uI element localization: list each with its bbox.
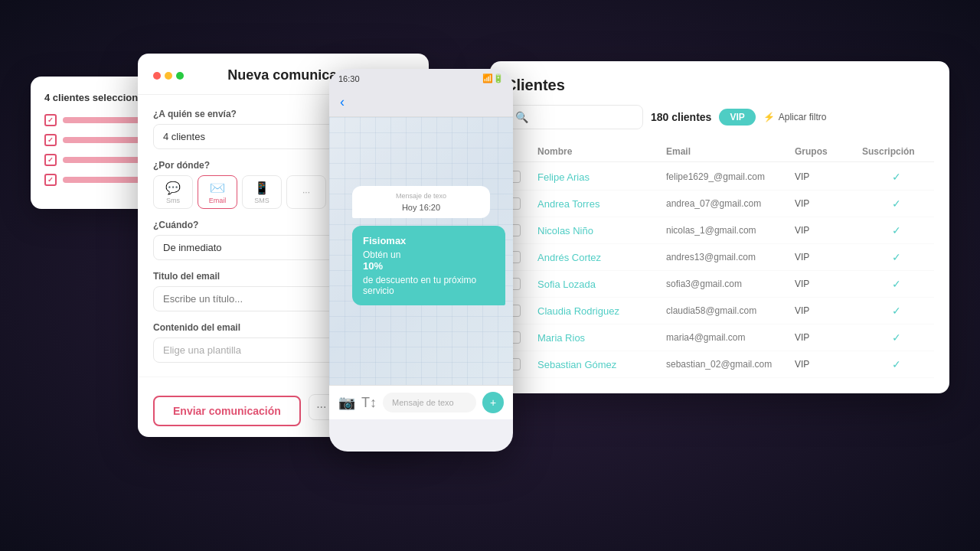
phone-input-bar: 📷 T↕ Mensaje de texo + xyxy=(329,385,513,419)
panel-clientes: Clientes 🔍 180 clientes VIP ⚡ Aplicar fi… xyxy=(490,61,949,393)
row-subscription-6: ✓ xyxy=(862,331,931,344)
row-subscription-2: ✓ xyxy=(862,224,931,236)
chat-prefix: Obtén un xyxy=(363,249,400,260)
table-row: Sofia Lozada sofia3@gmail.com VIP ✓ xyxy=(505,271,934,298)
channel-sms2[interactable]: 📱 SMS xyxy=(242,175,282,209)
row-email-7: sebastian_02@gmail.com xyxy=(666,359,789,370)
table-row: Andrea Torres andrea_07@gmail.com VIP ✓ xyxy=(505,191,934,217)
row-email-4: sofia3@gmail.com xyxy=(666,279,789,289)
channel-sms[interactable]: 💬 Sms xyxy=(153,175,193,209)
chat-suffix: de descuento en tu próximo servicio xyxy=(363,275,476,296)
header-grupos: Grupos xyxy=(795,146,856,157)
table-row: Sebastian Gómez sebastian_02@gmail.com V… xyxy=(505,351,934,378)
chat-input-placeholder: Mensaje de texo xyxy=(392,398,454,407)
row-subscription-1: ✓ xyxy=(862,197,931,210)
header-nombre: Nombre xyxy=(537,146,660,157)
table-row: Felipe Arias felipe1629_@gmail.com VIP ✓ xyxy=(505,164,934,191)
filter-label: Aplicar filtro xyxy=(779,112,827,122)
row-email-6: maria4@gmail.com xyxy=(666,332,789,343)
row-group-1: VIP xyxy=(795,198,856,209)
row-name-7[interactable]: Sebastian Gómez xyxy=(537,359,660,370)
checkbox-3[interactable] xyxy=(44,154,57,166)
row-email-1: andrea_07@gmail.com xyxy=(666,198,789,209)
chat-area: Mensaje de texo Hoy 16:20 Fisiomax Obtén… xyxy=(329,117,513,385)
chat-send-button[interactable]: + xyxy=(482,392,504,413)
row-group-5: VIP xyxy=(795,305,856,316)
search-icon: 🔍 xyxy=(515,111,528,123)
phone-status-bar: 16:30 📶🔋 xyxy=(329,69,513,88)
row-name-6[interactable]: Maria Rios xyxy=(537,332,660,344)
chat-sender: Fisiomax xyxy=(363,235,495,246)
window-controls xyxy=(153,72,184,80)
phone-header: ‹ xyxy=(329,88,513,117)
row-email-0: felipe1629_@gmail.com xyxy=(666,171,789,182)
client-count: 180 clientes xyxy=(651,111,711,123)
row-name-1[interactable]: Andrea Torres xyxy=(537,198,660,210)
row-subscription-7: ✓ xyxy=(862,358,931,370)
row-name-5[interactable]: Claudia Rodriguez xyxy=(537,305,660,317)
row-subscription-0: ✓ xyxy=(862,171,931,183)
row-email-3: andres13@gmail.com xyxy=(666,252,789,262)
checkbox-1[interactable] xyxy=(44,114,57,126)
checkbox-2[interactable] xyxy=(44,134,57,146)
camera-icon[interactable]: 📷 xyxy=(338,394,355,411)
header-email: Email xyxy=(666,146,789,157)
phone-icons: 📶🔋 xyxy=(482,73,504,83)
filter-icon: ⚡ xyxy=(763,112,775,122)
vip-badge[interactable]: VIP xyxy=(719,109,755,126)
row-group-3: VIP xyxy=(795,252,856,262)
channel-extra1[interactable]: ··· xyxy=(286,175,326,209)
send-button[interactable]: Enviar comunicación xyxy=(153,396,301,426)
row-email-5: claudia58@gmail.com xyxy=(666,305,789,316)
chat-received-label: Mensaje de texo xyxy=(361,192,481,200)
table-row: Claudia Rodriguez claudia58@gmail.com VI… xyxy=(505,298,934,324)
table-row: Andrés Cortez andres13@gmail.com VIP ✓ xyxy=(505,244,934,271)
row-subscription-4: ✓ xyxy=(862,278,931,290)
cuando-value: De inmediato xyxy=(163,242,222,253)
table-row: Nicolas Niño nicolas_1@gmail.com VIP ✓ xyxy=(505,217,934,244)
row-subscription-3: ✓ xyxy=(862,251,931,263)
table-row: Maria Rios maria4@gmail.com VIP ✓ xyxy=(505,324,934,351)
table-header: Nombre Email Grupos Suscripción xyxy=(505,142,934,162)
chat-received-time: Hoy 16:20 xyxy=(361,203,481,212)
text-format-icon[interactable]: T↕ xyxy=(361,395,377,411)
row-email-2: nicolas_1@gmail.com xyxy=(666,225,789,236)
row-group-4: VIP xyxy=(795,279,856,289)
chat-highlight: 10% xyxy=(363,260,495,272)
row-name-3[interactable]: Andrés Cortez xyxy=(537,252,660,263)
dot-close[interactable] xyxy=(153,72,161,80)
checkbox-4[interactable] xyxy=(44,174,57,186)
panels-container: 4 clientes seleccionados Nueva comunicac… xyxy=(31,54,949,497)
phone-time: 16:30 xyxy=(338,74,360,83)
row-group-6: VIP xyxy=(795,332,856,343)
contenido-placeholder: Elige una plantilla xyxy=(163,344,241,356)
dot-maximize[interactable] xyxy=(176,72,184,80)
filter-button[interactable]: ⚡ Aplicar filtro xyxy=(763,112,827,122)
channel-email[interactable]: ✉️ Email xyxy=(198,175,237,209)
row-group-7: VIP xyxy=(795,359,856,370)
dot-minimize[interactable] xyxy=(165,72,172,80)
table-toolbar: 🔍 180 clientes VIP ⚡ Aplicar filtro xyxy=(505,105,934,129)
header-suscripcion: Suscripción xyxy=(862,146,931,157)
row-name-4[interactable]: Sofia Lozada xyxy=(537,279,660,290)
panel-phone: 16:30 📶🔋 ‹ Mensaje de texo Hoy 16:20 Fis… xyxy=(329,69,513,452)
a-quien-value: 4 clientes xyxy=(163,131,205,142)
row-group-0: VIP xyxy=(795,171,856,182)
chat-input[interactable]: Mensaje de texo xyxy=(383,393,476,412)
search-box[interactable]: 🔍 xyxy=(505,105,643,129)
chat-bubble-sent: Fisiomax Obtén un 10% de descuento en tu… xyxy=(352,226,505,305)
row-group-2: VIP xyxy=(795,225,856,236)
table-body: Felipe Arias felipe1629_@gmail.com VIP ✓… xyxy=(505,164,934,378)
row-subscription-5: ✓ xyxy=(862,305,931,317)
clientes-title: Clientes xyxy=(505,77,934,94)
chat-bubble-received: Mensaje de texo Hoy 16:20 xyxy=(352,186,490,218)
row-name-0[interactable]: Felipe Arias xyxy=(537,171,660,183)
row-name-2[interactable]: Nicolas Niño xyxy=(537,225,660,236)
back-arrow-icon[interactable]: ‹ xyxy=(340,94,345,110)
